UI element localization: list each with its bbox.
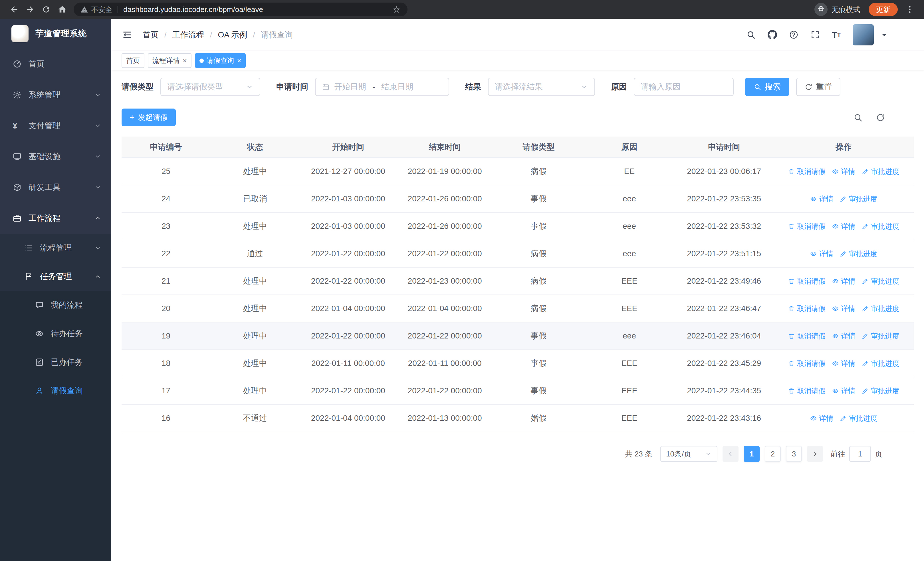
refresh-table-icon[interactable] [876, 113, 885, 122]
sidebar-item-home[interactable]: 首页 [0, 48, 111, 80]
help-icon[interactable] [789, 30, 798, 39]
detail-link[interactable]: 详情 [832, 277, 855, 286]
table-row: 25处理中2021-12-27 00:00:002022-01-19 00:00… [122, 158, 914, 185]
page-button-1[interactable]: 1 [744, 446, 760, 462]
cell-end-time: 2022-01-11 00:00:00 [396, 350, 493, 377]
page-button-3[interactable]: 3 [786, 446, 802, 462]
detail-link[interactable]: 详情 [832, 331, 855, 341]
avatar[interactable] [853, 24, 874, 45]
close-icon[interactable]: × [237, 57, 241, 64]
approval-progress-link[interactable]: 审批进度 [861, 277, 899, 286]
cancel-leave-link[interactable]: 取消请假 [788, 304, 825, 313]
detail-link[interactable]: 详情 [832, 359, 855, 368]
url-bar[interactable]: 不安全 dashboard.yudao.iocoder.cn/bpm/oa/le… [74, 3, 408, 16]
calendar-icon [322, 83, 330, 91]
approval-progress-link[interactable]: 审批进度 [840, 414, 877, 423]
apply-time-range-picker[interactable]: 开始日期 - 结束日期 [315, 78, 449, 96]
sidebar-item-devtools[interactable]: 研发工具 [0, 172, 111, 203]
detail-link[interactable]: 详情 [832, 386, 855, 396]
breadcrumb-oa-example[interactable]: OA 示例 [218, 29, 248, 40]
leave-type-select[interactable]: 请选择请假类型 [160, 78, 260, 96]
browser-menu-icon[interactable] [902, 2, 918, 17]
content: 请假类型 请选择请假类型 申请时间 开始日期 - [111, 70, 924, 561]
page-button-2[interactable]: 2 [765, 446, 781, 462]
cancel-leave-link[interactable]: 取消请假 [788, 222, 825, 231]
sidebar-item-todo-tasks[interactable]: 待办任务 [0, 319, 111, 348]
cell-apply-time: 2022-01-22 23:53:32 [675, 212, 774, 240]
cell-end-time: 2022-01-22 00:00:00 [396, 240, 493, 267]
sidebar-item-infrastructure[interactable]: 基础设施 [0, 141, 111, 172]
tab-leave-query[interactable]: 请假查询 × [195, 53, 246, 68]
incognito-indicator: 无痕模式 [814, 3, 860, 16]
cell-apply-time: 2022-01-23 00:06:17 [675, 158, 774, 185]
reason-input[interactable] [640, 82, 727, 92]
eye-icon [810, 415, 817, 422]
sidebar-item-process-management[interactable]: 流程管理 [0, 234, 111, 262]
approval-progress-link[interactable]: 审批进度 [861, 304, 899, 313]
fullscreen-icon[interactable] [810, 30, 820, 39]
reset-button[interactable]: 重置 [796, 78, 840, 96]
browser-home-button[interactable] [54, 2, 70, 17]
github-icon[interactable] [768, 30, 777, 39]
approval-progress-link[interactable]: 审批进度 [840, 249, 877, 259]
font-size-icon[interactable]: TT [832, 30, 841, 39]
create-leave-button[interactable]: + 发起请假 [122, 108, 176, 126]
page-size-select[interactable]: 10条/页 [660, 446, 717, 462]
sidebar-item-done-tasks[interactable]: 已办任务 [0, 348, 111, 376]
prev-page-button[interactable] [723, 446, 738, 462]
detail-link[interactable]: 详情 [832, 304, 855, 313]
sidebar-item-leave-query[interactable]: 请假查询 [0, 376, 111, 405]
search-button[interactable]: 搜索 [745, 78, 789, 96]
chrome-update-button[interactable]: 更新 [868, 3, 898, 16]
approval-progress-link[interactable]: 审批进度 [861, 331, 899, 341]
next-page-button[interactable] [807, 446, 823, 462]
detail-link[interactable]: 详情 [810, 194, 833, 204]
cell-leave-type: 事假 [493, 212, 584, 240]
sidebar-item-payment[interactable]: ¥支付管理 [0, 110, 111, 141]
column-header: 操作 [774, 137, 914, 158]
tab-label: 流程详情 [152, 56, 180, 65]
approval-progress-link[interactable]: 审批进度 [861, 222, 899, 231]
approval-progress-link[interactable]: 审批进度 [861, 359, 899, 368]
detail-link[interactable]: 详情 [810, 249, 833, 259]
cancel-leave-link[interactable]: 取消请假 [788, 331, 825, 341]
cell-actions: 取消请假详情审批进度 [774, 267, 914, 295]
approval-progress-link[interactable]: 审批进度 [840, 194, 877, 204]
logo[interactable]: 芋道管理系统 [0, 19, 111, 48]
sidebar-item-workflow[interactable]: 工作流程 [0, 203, 111, 234]
sidebar-item-my-process[interactable]: 我的流程 [0, 291, 111, 319]
toggle-search-icon[interactable] [853, 113, 862, 122]
breadcrumb-workflow[interactable]: 工作流程 [172, 29, 204, 40]
select-placeholder: 请选择请假类型 [167, 81, 223, 92]
approval-progress-link[interactable]: 审批进度 [861, 386, 899, 396]
table-body: 25处理中2021-12-27 00:00:002022-01-19 00:00… [122, 158, 914, 432]
breadcrumb-home[interactable]: 首页 [142, 29, 159, 40]
close-icon[interactable]: × [183, 57, 187, 64]
cancel-leave-link[interactable]: 取消请假 [788, 386, 825, 396]
goto-page-input[interactable] [849, 446, 871, 462]
column-header: 状态 [210, 137, 300, 158]
cell-status: 处理中 [210, 377, 300, 405]
table-row: 21处理中2022-01-22 00:00:002022-01-23 00:00… [122, 267, 914, 295]
chevron-down-icon [94, 91, 102, 99]
cancel-leave-link[interactable]: 取消请假 [788, 277, 825, 286]
sidebar-item-system[interactable]: 系统管理 [0, 80, 111, 110]
detail-link[interactable]: 详情 [832, 222, 855, 231]
trash-icon [788, 223, 795, 230]
tab-process-detail[interactable]: 流程详情 × [148, 53, 192, 68]
browser-forward-button[interactable] [22, 2, 38, 17]
result-select[interactable]: 请选择流结果 [488, 78, 595, 96]
detail-link[interactable]: 详情 [810, 414, 833, 423]
detail-link[interactable]: 详情 [832, 167, 855, 176]
browser-back-button[interactable] [6, 2, 22, 17]
browser-reload-button[interactable] [38, 2, 54, 17]
cancel-leave-link[interactable]: 取消请假 [788, 359, 825, 368]
divider [118, 6, 118, 13]
tab-home[interactable]: 首页 [122, 53, 144, 68]
bookmark-star-icon[interactable] [392, 5, 400, 14]
sidebar-item-task-management[interactable]: 任务管理 [0, 262, 111, 291]
cancel-leave-link[interactable]: 取消请假 [788, 167, 825, 176]
approval-progress-link[interactable]: 审批进度 [861, 167, 899, 176]
collapse-sidebar-icon[interactable] [119, 27, 135, 43]
search-icon[interactable] [746, 30, 756, 39]
